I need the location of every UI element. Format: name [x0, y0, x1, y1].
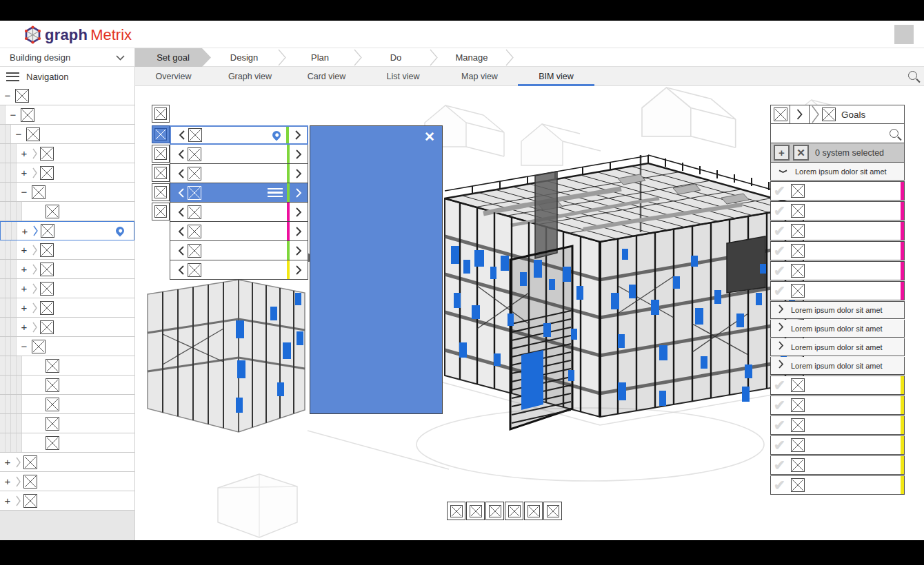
- tree-expander[interactable]: −: [17, 340, 32, 352]
- tree-node-row[interactable]: [0, 433, 134, 453]
- layer-row[interactable]: [170, 125, 308, 145]
- tree-node-row[interactable]: −: [0, 86, 134, 105]
- tree-expander[interactable]: +: [17, 147, 32, 159]
- toolbar-item-button[interactable]: [447, 502, 465, 520]
- chevron-right-icon[interactable]: [290, 168, 308, 179]
- layer-row[interactable]: [170, 222, 308, 241]
- tree-node-row[interactable]: +: [0, 453, 134, 472]
- tree-node-row[interactable]: [0, 202, 134, 221]
- tree-node-row[interactable]: +: [0, 163, 134, 183]
- layer-root-thumbnail[interactable]: [152, 105, 170, 123]
- layer-thumbnail[interactable]: [152, 125, 170, 143]
- view-tab-list-view[interactable]: List view: [365, 67, 441, 86]
- tree-expander[interactable]: +: [17, 263, 32, 275]
- chevron-left-icon[interactable]: [175, 187, 188, 198]
- toolbar-item-button[interactable]: [466, 502, 485, 520]
- navigation-header[interactable]: Navigation: [0, 67, 135, 86]
- goal-check-row[interactable]: ✔: [770, 241, 905, 260]
- chevron-right-icon[interactable]: [290, 187, 308, 198]
- tree-expander[interactable]: +: [17, 321, 32, 333]
- checkbox-checked-icon[interactable]: ✔: [774, 418, 785, 432]
- chevron-left-icon[interactable]: [175, 168, 188, 179]
- tree-expander[interactable]: +: [17, 282, 32, 294]
- tree-expander[interactable]: −: [17, 186, 32, 198]
- tree-expander[interactable]: +: [17, 225, 32, 237]
- tree-node-row[interactable]: +: [0, 298, 134, 318]
- toolbar-item-button[interactable]: [485, 502, 504, 520]
- chevron-left-icon[interactable]: [175, 226, 188, 237]
- search-icon[interactable]: [890, 129, 898, 138]
- goal-check-row[interactable]: ✔: [770, 261, 905, 280]
- menu-icon[interactable]: [268, 188, 283, 197]
- layer-row[interactable]: [170, 164, 308, 183]
- tree-node-row[interactable]: +: [0, 144, 134, 163]
- goal-section-collapsed[interactable]: Lorem ipsum dolor sit amet: [770, 320, 905, 338]
- goal-check-row[interactable]: ✔: [770, 376, 905, 395]
- goals-thumbnail-box[interactable]: [771, 105, 790, 123]
- toolbar-item-button[interactable]: [543, 502, 562, 520]
- tree-node-row[interactable]: +: [0, 491, 134, 511]
- tree-expander[interactable]: +: [17, 302, 32, 314]
- layer-thumbnail[interactable]: [152, 145, 170, 163]
- chevron-left-icon[interactable]: [175, 149, 188, 160]
- tree-expander[interactable]: +: [17, 244, 32, 256]
- tree-node-row[interactable]: +: [0, 472, 134, 491]
- tree-node-row[interactable]: −: [0, 183, 134, 202]
- tree-node-row[interactable]: [0, 376, 134, 395]
- layer-thumbnail[interactable]: [152, 164, 170, 182]
- view-tab-bim-view[interactable]: BIM view: [518, 67, 594, 86]
- goal-check-row[interactable]: ✔: [770, 435, 905, 455]
- layer-thumbnail[interactable]: [152, 203, 170, 220]
- checkbox-checked-icon[interactable]: ✔: [774, 438, 785, 452]
- tree-expander[interactable]: −: [0, 90, 15, 101]
- tree-expander[interactable]: −: [6, 109, 21, 121]
- toolbar-item-button[interactable]: [524, 502, 543, 520]
- checkbox-checked-icon[interactable]: ✔: [774, 244, 785, 258]
- layer-row[interactable]: [170, 241, 308, 260]
- window-control-box[interactable]: [894, 25, 914, 44]
- view-tab-overview[interactable]: Overview: [135, 67, 212, 86]
- tree-node-row[interactable]: −: [0, 125, 134, 144]
- goal-check-row[interactable]: ✔: [770, 475, 905, 495]
- checkbox-checked-icon[interactable]: ✔: [774, 398, 785, 412]
- checkbox-checked-icon[interactable]: ✔: [774, 184, 785, 198]
- stage-tab-plan[interactable]: Plan: [287, 48, 353, 67]
- goals-collapse-button[interactable]: [790, 105, 810, 123]
- tree-node-row[interactable]: [0, 414, 134, 433]
- stage-tab-design[interactable]: Design: [211, 48, 277, 67]
- chevron-left-icon[interactable]: [176, 130, 188, 141]
- checkbox-checked-icon[interactable]: ✔: [774, 204, 785, 218]
- goal-section-collapsed[interactable]: Lorem ipsum dolor sit amet: [770, 338, 905, 356]
- goal-check-row[interactable]: ✔: [770, 181, 905, 201]
- toolbar-item-button[interactable]: [505, 502, 523, 520]
- chevron-left-icon[interactable]: [175, 265, 188, 276]
- bim-view-canvas[interactable]: ✕ Goals + ✕ 0 system selected Lorem ips: [135, 86, 924, 540]
- goal-section-expanded[interactable]: Lorem ipsum dolor sit amet: [770, 163, 905, 181]
- remove-button[interactable]: ✕: [793, 145, 809, 161]
- layer-row[interactable]: [170, 183, 308, 203]
- tree-node-row[interactable]: [0, 395, 134, 414]
- goal-check-row[interactable]: ✔: [770, 221, 905, 240]
- goal-check-row[interactable]: ✔: [770, 281, 905, 300]
- tree-expander[interactable]: +: [0, 456, 15, 468]
- tree-node-row[interactable]: [0, 356, 134, 376]
- tree-expander[interactable]: +: [0, 475, 15, 487]
- goal-section-collapsed[interactable]: Lorem ipsum dolor sit amet: [770, 357, 905, 375]
- view-tab-card-view[interactable]: Card view: [288, 67, 365, 86]
- chevron-left-icon[interactable]: [175, 207, 188, 218]
- view-tab-map-view[interactable]: Map view: [441, 67, 518, 86]
- project-selector[interactable]: Building design: [0, 48, 135, 67]
- tree-node-row[interactable]: +: [0, 221, 134, 240]
- layer-row[interactable]: [170, 260, 308, 280]
- add-button[interactable]: +: [774, 145, 790, 161]
- chevron-right-icon[interactable]: [290, 265, 308, 276]
- tree-expander[interactable]: −: [11, 128, 26, 140]
- stage-tab-do[interactable]: Do: [363, 48, 429, 67]
- checkbox-checked-icon[interactable]: ✔: [774, 378, 785, 392]
- tree-node-row[interactable]: −: [0, 105, 134, 125]
- tree-node-row[interactable]: +: [0, 279, 134, 298]
- tree-node-row[interactable]: +: [0, 318, 134, 337]
- tree-expander[interactable]: +: [0, 495, 15, 506]
- tree-node-row[interactable]: +: [0, 260, 134, 279]
- goal-check-row[interactable]: ✔: [770, 201, 905, 220]
